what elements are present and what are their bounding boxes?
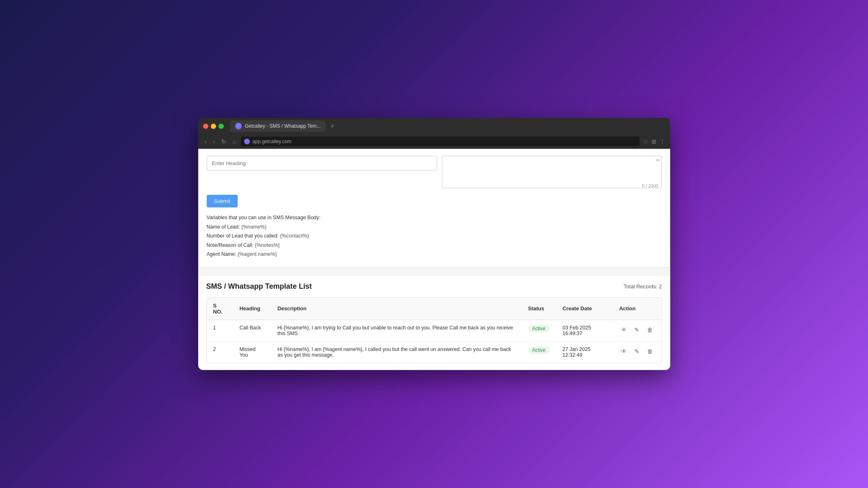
edit-icon-2[interactable]: ✎ (632, 346, 642, 356)
cell-status-2: Active (522, 341, 556, 363)
browser-tab[interactable]: Getcalley - SMS / Whatsapp Tem... (230, 120, 326, 132)
address-favicon (244, 139, 250, 144)
heading-input[interactable] (207, 156, 437, 170)
cell-heading-2: Missed You (233, 341, 271, 363)
col-heading: Heading (233, 298, 271, 320)
textarea-wrapper: 0 / 2000 ✏ (442, 156, 662, 190)
variables-title: Variables that you can use in SMS Messag… (207, 215, 321, 220)
status-badge-1: Active (528, 325, 550, 332)
cell-action-1: 👁 ✎ 🗑 (612, 320, 661, 341)
col-create-date: Create Date (556, 298, 612, 320)
col-description: Description (271, 298, 522, 320)
browser-titlebar: Getcalley - SMS / Whatsapp Tem... + (198, 118, 670, 134)
cell-sno-1: 1 (207, 320, 233, 341)
var-name-label: Name of Lead: (207, 224, 241, 230)
browser-window: Getcalley - SMS / Whatsapp Tem... + ‹ › … (198, 118, 670, 370)
var-agent-code: {%agent name%} (238, 251, 277, 257)
delete-icon-2[interactable]: 🗑 (645, 346, 655, 356)
view-icon-1[interactable]: 👁 (619, 325, 629, 335)
cell-heading-1: Call Back (233, 320, 271, 341)
action-icons-2: 👁 ✎ 🗑 (619, 346, 655, 356)
forward-button[interactable]: › (211, 137, 216, 146)
maximize-button[interactable] (219, 124, 224, 129)
var-agent: Agent Name: {%agent name%} (207, 250, 662, 259)
var-agent-label: Agent Name: (207, 251, 238, 257)
menu-icon[interactable]: ⋮ (660, 138, 665, 145)
address-text: app.getcalley.com (252, 139, 291, 144)
cell-status-1: Active (522, 320, 556, 341)
cell-action-2: 👁 ✎ 🗑 (612, 341, 661, 363)
action-icons-1: 👁 ✎ 🗑 (619, 325, 655, 335)
table-wrapper: S NO. Heading Description Status Create … (206, 297, 662, 363)
col-action: Action (612, 298, 661, 320)
var-name: Name of Lead: {%name%} (207, 222, 662, 232)
edit-icon-1[interactable]: ✎ (632, 325, 642, 335)
col-sno: S NO. (207, 298, 233, 320)
col-status: Status (522, 298, 556, 320)
char-count: 0 / 2000 (642, 183, 658, 188)
view-icon-2[interactable]: 👁 (619, 346, 629, 356)
tab-label: Getcalley - SMS / Whatsapp Tem... (245, 123, 321, 129)
form-row: 0 / 2000 ✏ (207, 156, 662, 190)
table-row: 1 Call Back Hi {%name%}, I am trying to … (207, 320, 662, 341)
var-notes: Note/Reason of Call: {%notes%} (207, 241, 662, 250)
template-list-section: SMS / Whatsapp Template List Total Recor… (198, 276, 670, 370)
browser-content: 0 / 2000 ✏ Submit Variables that you can… (198, 149, 670, 370)
var-notes-label: Note/Reason of Call: (207, 242, 255, 248)
var-name-code: {%name%} (241, 224, 267, 230)
minimize-button[interactable] (211, 124, 216, 129)
table-row: 2 Missed You Hi {%name%}, I am {%agent n… (207, 341, 662, 363)
total-records: Total Records: 2 (624, 283, 662, 290)
toolbar-icons: ☆ ⊞ ⋮ (643, 138, 665, 145)
back-button[interactable]: ‹ (203, 137, 208, 146)
var-contact-code: {%contact%} (280, 233, 309, 239)
browser-addressbar: ‹ › ↻ ⌂ app.getcalley.com ☆ ⊞ ⋮ (198, 134, 670, 149)
cell-date-1: 03 Feb 2025 16:49:37 (556, 320, 612, 341)
status-badge-2: Active (528, 346, 550, 354)
list-header: SMS / Whatsapp Template List Total Recor… (206, 282, 662, 291)
address-box[interactable]: app.getcalley.com (241, 137, 639, 146)
page-footer: G 16 2025 © GetCalley.com (Version - V36… (198, 370, 670, 370)
list-title: SMS / Whatsapp Template List (206, 282, 312, 291)
var-notes-code: {%notes%} (255, 242, 280, 248)
cell-sno-2: 2 (207, 341, 233, 363)
var-contact: Number of Lead that you called: {%contac… (207, 231, 662, 241)
new-tab-button[interactable]: + (330, 122, 334, 130)
traffic-lights (203, 124, 224, 129)
template-table: S NO. Heading Description Status Create … (207, 298, 662, 363)
cell-date-2: 27 Jan 2025 12:32:49 (556, 341, 612, 363)
table-header-row: S NO. Heading Description Status Create … (207, 298, 662, 320)
cell-desc-2: Hi {%name%}, I am {%agent name%}, I call… (271, 341, 522, 363)
extensions-icon[interactable]: ⊞ (652, 138, 656, 145)
variables-section: Variables that you can use in SMS Messag… (207, 213, 662, 259)
refresh-button[interactable]: ↻ (220, 137, 228, 146)
pen-icon: ✏ (656, 157, 660, 163)
cell-desc-1: Hi {%name%}, I am trying to Call you but… (271, 320, 522, 341)
home-button[interactable]: ⌂ (231, 137, 238, 146)
delete-icon-1[interactable]: 🗑 (645, 325, 655, 335)
submit-button[interactable]: Submit (207, 195, 238, 207)
tab-favicon (235, 123, 242, 129)
message-textarea[interactable] (442, 156, 662, 188)
form-section: 0 / 2000 ✏ Submit Variables that you can… (198, 149, 670, 268)
bookmark-icon[interactable]: ☆ (643, 138, 648, 145)
close-button[interactable] (203, 124, 208, 129)
var-contact-label: Number of Lead that you called: (207, 233, 280, 239)
